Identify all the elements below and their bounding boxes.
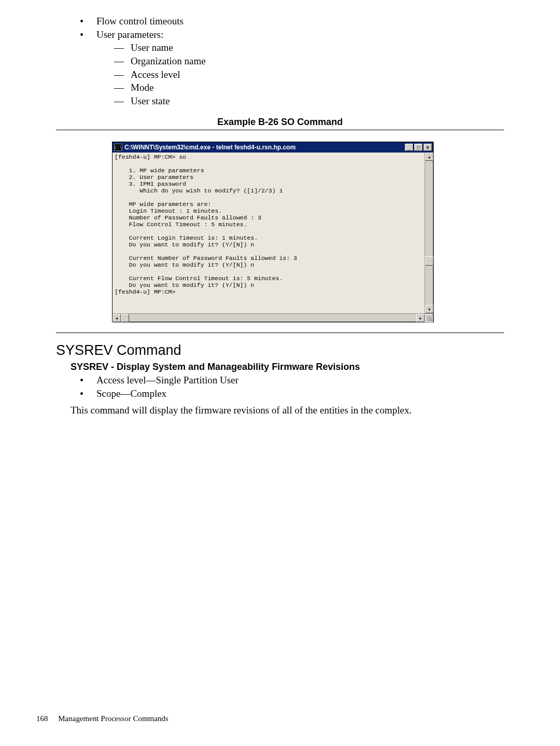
window-title: C:\WINNT\System32\cmd.exe - telnet feshd…	[124, 144, 296, 151]
scroll-down-button[interactable]: ▾	[425, 305, 433, 313]
list-item: Flow control timeouts	[80, 15, 504, 28]
vertical-scrollbar[interactable]: ▴ ▾	[425, 153, 433, 313]
list-item: Organization name	[114, 54, 504, 68]
section-body: This command will display the firmware r…	[71, 404, 504, 417]
section-heading: SYSREV Command	[56, 342, 504, 358]
resize-grip[interactable]	[425, 314, 433, 322]
footer-label: Management Processor Commands	[58, 714, 168, 723]
divider	[56, 333, 504, 333]
page-number: 168	[36, 714, 48, 723]
sub-list: User name Organization name Access level…	[96, 41, 504, 107]
terminal-output: [feshd4-u] MP:CM> so 1. MP wide paramete…	[113, 153, 425, 313]
terminal-window: c:\ C:\WINNT\System32\cmd.exe - telnet f…	[112, 142, 433, 322]
cmd-icon: c:\	[114, 144, 122, 151]
example-caption: Example B-26 SO Command	[56, 117, 504, 128]
page-footer: 168 Management Processor Commands	[36, 714, 169, 723]
list-item: User name	[114, 41, 504, 54]
list-item: User state	[114, 94, 504, 108]
scroll-left-button[interactable]: ◂	[113, 314, 121, 322]
list-item: Access level—Single Partition User	[80, 374, 504, 387]
titlebar: c:\ C:\WINNT\System32\cmd.exe - telnet f…	[113, 142, 433, 153]
list-item: User parameters: User name Organization …	[80, 28, 504, 108]
list-item-text: User parameters:	[96, 29, 163, 40]
horizontal-scrollbar[interactable]: ◂ ▸	[113, 314, 425, 322]
scroll-right-button[interactable]: ▸	[416, 314, 425, 322]
scroll-thumb[interactable]	[425, 256, 433, 266]
section-bullet-list: Access level—Single Partition User Scope…	[56, 374, 504, 400]
close-button[interactable]: ×	[424, 144, 432, 151]
maximize-button[interactable]: □	[414, 144, 423, 151]
list-item: Access level	[114, 68, 504, 81]
list-item: Mode	[114, 81, 504, 94]
section-subheading: SYSREV - Display System and Manageabilit…	[71, 362, 504, 372]
scroll-thumb-h[interactable]	[121, 314, 129, 322]
minimize-button[interactable]: _	[405, 144, 413, 151]
scroll-up-button[interactable]: ▴	[425, 153, 433, 161]
window-buttons: _ □ ×	[405, 144, 432, 151]
figure: c:\ C:\WINNT\System32\cmd.exe - telnet f…	[56, 130, 504, 333]
list-item: Scope—Complex	[80, 387, 504, 400]
top-bullet-list: Flow control timeouts User parameters: U…	[56, 15, 504, 107]
